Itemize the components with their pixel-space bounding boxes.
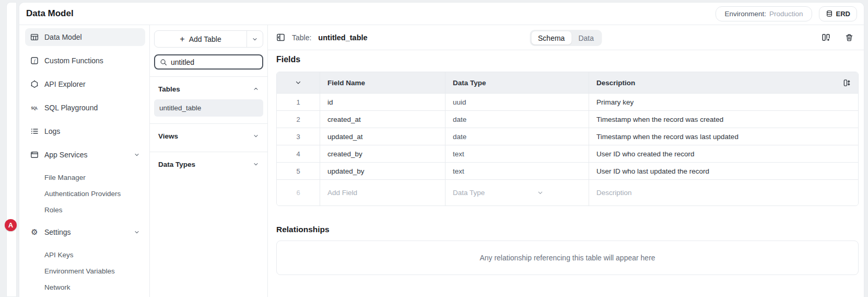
column-header-field-name: Field Name (320, 72, 445, 93)
chevron-down-icon (253, 161, 259, 167)
divider (150, 123, 267, 124)
environment-selector[interactable]: Environment: Production (715, 6, 812, 21)
sidebar-item-roles[interactable]: Roles (25, 202, 145, 218)
row-number: 2 (277, 111, 320, 128)
environment-label: Environment: (724, 10, 766, 18)
column-header-data-type: Data Type (445, 72, 589, 93)
app-logo-badge[interactable]: A (5, 219, 17, 231)
sidebar-item-label: API Explorer (44, 80, 86, 88)
svg-text:f: f (34, 58, 36, 63)
select-all-chevron-icon[interactable] (295, 79, 302, 86)
data-type-cell[interactable]: text (445, 145, 589, 162)
fields-table: Field Name Data Type Description 1 id (276, 72, 859, 206)
add-field-row: 6 Add Field Data Type Description (277, 179, 858, 205)
section-header-views[interactable]: Views (154, 127, 263, 145)
sidebar-item-label: Data Model (44, 33, 82, 41)
description-input[interactable]: Description (589, 180, 858, 205)
sidebar-item-data-model[interactable]: Data Model (25, 28, 145, 46)
sidebar-item-api-keys[interactable]: API Keys (25, 247, 145, 263)
data-type-cell[interactable]: text (445, 163, 589, 179)
chevron-down-icon[interactable] (537, 189, 544, 196)
field-name-cell[interactable]: updated_at (320, 128, 445, 145)
tab-data[interactable]: Data (571, 31, 601, 44)
list-icon (30, 127, 39, 135)
sidebar-item-label: Settings (44, 228, 71, 236)
field-row: 2 created_at date Timestamp when the rec… (277, 110, 858, 128)
data-type-cell[interactable]: uuid (445, 94, 589, 110)
add-field-input[interactable]: Add Field (320, 180, 445, 205)
add-table-label: Add Table (189, 35, 221, 43)
collapsed-left-rail[interactable] (6, 2, 17, 297)
main-header: Table: untitled_table Schema Data (268, 25, 864, 50)
schema-data-tabs: Schema Data (530, 30, 602, 46)
sidebar-item-sql-playground[interactable]: SQL SQL Playground (25, 99, 145, 117)
field-row: 3 updated_at date Timestamp when the rec… (277, 128, 858, 145)
row-number: 4 (277, 145, 320, 162)
data-type-cell[interactable]: date (445, 128, 589, 145)
sidebar-item-app-services[interactable]: App Services (25, 146, 145, 164)
chevron-down-icon (253, 133, 259, 139)
gear-icon: ⚙ (30, 228, 39, 236)
sidebar-item-label: App Services (44, 151, 87, 159)
description-cell[interactable]: User ID who created the record (589, 145, 858, 162)
add-table-split-button: + Add Table (154, 30, 263, 48)
row-number: 1 (277, 94, 320, 110)
plus-icon: + (180, 35, 184, 43)
environment-value: Production (769, 10, 803, 18)
relationships-empty-text: Any relationship referencing this table … (479, 254, 655, 262)
add-table-menu-button[interactable] (247, 31, 263, 47)
column-header-description: Description (589, 72, 858, 93)
sidebar-item-environment-variables[interactable]: Environment Variables (25, 263, 145, 279)
svg-text:SQL: SQL (31, 106, 38, 110)
sidebar-item-api-explorer[interactable]: API Explorer (25, 75, 145, 93)
sidebar-item-logs[interactable]: Logs (25, 122, 145, 140)
section-header-data-types[interactable]: Data Types (154, 155, 263, 173)
sidebar-item-label: Custom Functions (44, 56, 103, 65)
field-row: 1 id uuid Primary key (277, 93, 858, 110)
divider (150, 152, 267, 152)
sidebar-item-settings[interactable]: ⚙ Settings (25, 223, 145, 241)
erd-label: ERD (836, 10, 850, 18)
reorder-rows-icon[interactable] (843, 79, 851, 87)
collapse-panel-icon[interactable] (276, 33, 285, 42)
field-name-cell[interactable]: id (320, 94, 445, 110)
field-name-cell[interactable]: created_by (320, 145, 445, 162)
description-cell[interactable]: Primary key (589, 94, 858, 110)
sql-icon: SQL (30, 104, 39, 112)
sidebar-item-network[interactable]: Network (25, 279, 145, 295)
relationships-empty-box: Any relationship referencing this table … (276, 241, 859, 275)
relationships-heading: Relationships (276, 225, 859, 234)
data-type-cell[interactable]: date (445, 111, 589, 128)
tab-schema[interactable]: Schema (531, 31, 571, 44)
description-cell[interactable]: Timestamp when the record was created (589, 111, 858, 128)
add-table-button[interactable]: + Add Table (155, 31, 247, 47)
sidebar-item-authentication-providers[interactable]: Authentication Providers (25, 186, 145, 202)
trash-icon[interactable] (845, 33, 853, 42)
section-header-tables[interactable]: Tables (154, 80, 263, 98)
erd-button[interactable]: ERD (819, 6, 857, 21)
main-area: Table: untitled_table Schema Data (268, 25, 864, 297)
field-row: 4 created_by text User ID who created th… (277, 145, 858, 162)
row-number: 5 (277, 163, 320, 179)
data-type-select[interactable]: Data Type (445, 180, 589, 205)
chevron-up-icon (253, 86, 259, 92)
search-icon (160, 59, 167, 66)
app-window: Data Model Environment: Production ERD D… (19, 2, 864, 297)
columns-settings-icon[interactable] (822, 33, 830, 42)
table-search-input[interactable] (171, 58, 257, 66)
fields-heading: Fields (276, 55, 859, 64)
top-bar: Data Model Environment: Production ERD (19, 3, 864, 25)
field-name-cell[interactable]: created_at (320, 111, 445, 128)
field-name-cell[interactable]: updated_by (320, 163, 445, 179)
chevron-down-icon (252, 36, 258, 42)
schema-content: Fields Field Name Data Type Description (268, 50, 864, 297)
description-cell[interactable]: Timestamp when the record was last updat… (589, 128, 858, 145)
window-icon (30, 151, 39, 159)
description-cell[interactable]: User ID who last updated the record (589, 163, 858, 179)
sidebar-item-label: Logs (44, 127, 60, 135)
sidebar-item-file-manager[interactable]: File Manager (25, 169, 145, 186)
chevron-down-icon (134, 229, 140, 235)
row-number: 3 (277, 128, 320, 145)
table-list-item[interactable]: untitled_table (154, 99, 263, 117)
sidebar-item-custom-functions[interactable]: f Custom Functions (25, 52, 145, 70)
